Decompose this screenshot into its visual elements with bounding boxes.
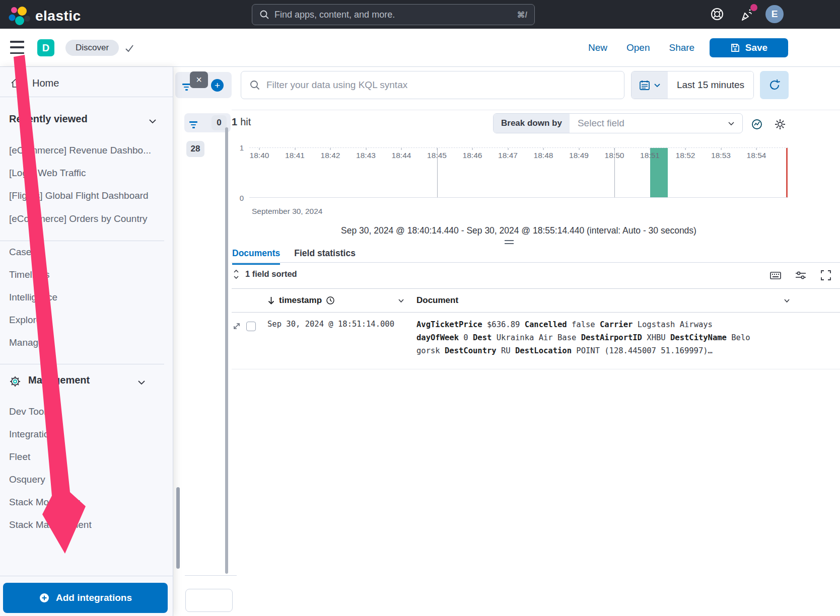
help-icon[interactable] <box>709 6 725 22</box>
menu-hamburger-icon[interactable] <box>10 41 24 54</box>
add-field-button[interactable]: + <box>211 79 224 92</box>
nav-item-dev-tools[interactable]: Dev Tools <box>9 406 51 419</box>
recent-item[interactable]: [eCommerce] Revenue Dashbo... <box>9 145 151 158</box>
recent-item[interactable]: [Logs] Web Traffic <box>9 168 86 181</box>
user-avatar[interactable]: E <box>765 5 784 23</box>
nav-item-manage[interactable]: Manage <box>9 337 44 350</box>
nav-item-osquery[interactable]: Osquery <box>9 474 45 487</box>
calendar-icon <box>639 79 651 91</box>
x-axis-tick: 18:47 <box>498 151 518 160</box>
x-axis-tick: 18:50 <box>605 151 624 160</box>
breakdown-select[interactable]: Break down by Select field <box>493 113 743 133</box>
timestamp-cell: Sep 30, 2024 @ 18:51:14.000 <box>267 320 394 329</box>
field-search-input[interactable] <box>185 589 233 612</box>
recently-viewed-header[interactable]: Recently viewed <box>9 113 88 125</box>
breakdown-label: Break down by <box>494 114 570 133</box>
table-row[interactable]: Sep 30, 2024 @ 18:51:14.000 AvgTicketPri… <box>225 313 840 369</box>
time-range-value[interactable]: Last 15 minutes <box>668 71 753 99</box>
share-button[interactable]: Share <box>669 42 694 53</box>
global-search-input[interactable]: Find apps, content, and more. ⌘/ <box>252 4 535 25</box>
chart-resize-handle[interactable] <box>505 240 514 244</box>
nav-item-cases[interactable]: Cases <box>9 247 36 260</box>
close-tooltip-button[interactable]: × <box>190 71 208 88</box>
field-list-scrollbar[interactable] <box>225 127 228 574</box>
divider <box>0 241 164 241</box>
breakdown-placeholder: Select field <box>570 118 727 129</box>
gear-icon <box>9 375 21 388</box>
chart-options-icon[interactable] <box>751 118 763 130</box>
kql-query-input[interactable]: Filter your data using KQL syntax <box>241 71 624 99</box>
chevron-down-icon[interactable] <box>148 116 158 126</box>
x-axis-tick: 18:49 <box>569 151 589 160</box>
app-toolbar: D Discover New Open Share Alerts Inspect… <box>0 29 840 67</box>
space-badge[interactable]: D <box>37 39 54 56</box>
discover-main: Filter your data using KQL syntax Last 1… <box>225 67 840 616</box>
y-axis-tick-min: 0 <box>233 194 244 202</box>
document-column-header[interactable]: Document <box>416 289 458 312</box>
nav-flyout: Home Recently viewed [eCommerce] Revenue… <box>0 67 173 616</box>
sorted-fields-control[interactable]: 1 field sorted <box>232 269 297 279</box>
checkmark-icon <box>124 43 135 54</box>
chart-time-range-caption: Sep 30, 2024 @ 18:40:14.440 - Sep 30, 20… <box>249 225 788 236</box>
hits-word: hit <box>240 116 251 127</box>
x-axis-tick: 18:40 <box>250 151 269 160</box>
chevron-down-icon <box>727 119 735 127</box>
nav-item-explore[interactable]: Explore <box>9 315 41 328</box>
x-axis-tick: 18:48 <box>534 151 553 160</box>
timestamp-column-header[interactable]: timestamp <box>267 289 335 312</box>
fullscreen-icon[interactable] <box>820 269 832 281</box>
search-icon <box>249 80 260 91</box>
add-integrations-button[interactable]: Add integrations <box>3 583 168 613</box>
time-range-picker: Last 15 minutes <box>631 71 754 99</box>
field-filter-count-control[interactable]: 0 <box>184 113 231 132</box>
open-button[interactable]: Open <box>626 42 650 53</box>
x-axis-tick: 18:46 <box>463 151 482 160</box>
nav-scrollbar[interactable] <box>176 487 180 569</box>
timestamp-header-label: timestamp <box>279 295 322 305</box>
management-header[interactable]: Management <box>28 374 90 386</box>
nav-item-integrations[interactable]: Integrations <box>9 429 59 442</box>
nav-item-timelines[interactable]: Timelines <box>9 269 50 282</box>
x-axis-tick: 18:43 <box>356 151 376 160</box>
recent-item[interactable]: [Flights] Global Flight Dashboard <box>9 190 149 203</box>
nav-item-stack-management[interactable]: Stack Management <box>9 519 92 532</box>
refresh-button[interactable] <box>760 71 789 99</box>
elastic-logo[interactable]: elastic <box>7 5 81 28</box>
calendar-dropdown-button[interactable] <box>632 71 668 99</box>
row-height-settings-icon[interactable] <box>795 269 807 281</box>
nav-item-stack-monitoring[interactable]: Stack Monitoring <box>9 497 81 510</box>
gear-icon[interactable] <box>774 118 786 130</box>
chevron-down-icon <box>654 82 661 89</box>
elastic-logo-icon <box>7 5 30 28</box>
field-count-badge: 28 <box>186 141 204 157</box>
search-icon <box>259 10 269 20</box>
new-button[interactable]: New <box>588 42 607 53</box>
x-axis-tick: 18:51 <box>640 151 660 160</box>
row-checkbox[interactable] <box>246 322 256 331</box>
expand-document-icon[interactable] <box>232 322 241 331</box>
x-axis-tick: 18:52 <box>676 151 695 160</box>
document-header-label: Document <box>416 295 458 305</box>
breadcrumb[interactable]: Discover <box>65 40 119 56</box>
nav-item-intelligence[interactable]: Intelligence <box>9 292 57 305</box>
divider <box>185 575 237 576</box>
nav-item-fleet[interactable]: Fleet <box>9 451 30 465</box>
chevron-down-icon[interactable] <box>783 297 791 304</box>
document-line: AvgTicketPrice $636.89 Cancelled false C… <box>416 318 750 331</box>
current-time-marker <box>786 148 788 197</box>
x-axis-tick: 18:45 <box>427 151 447 160</box>
global-search-placeholder: Find apps, content, and more. <box>274 10 512 20</box>
save-button[interactable]: Save <box>710 38 788 57</box>
chevron-down-icon[interactable] <box>136 377 147 388</box>
x-axis-tick: 18:42 <box>321 151 340 160</box>
document-line: dayOfWeek 0 Dest Ukrainka Air Base DestA… <box>416 331 750 344</box>
recent-item[interactable]: [eCommerce] Orders by Country <box>9 213 148 226</box>
nav-item-home[interactable]: Home <box>0 70 173 96</box>
filter-count-badge: 0 <box>212 115 227 130</box>
x-axis-tick: 18:53 <box>711 151 731 160</box>
home-icon <box>10 78 21 89</box>
filter-icon[interactable] <box>182 84 190 91</box>
chevron-down-icon[interactable] <box>397 297 405 304</box>
display-density-icon[interactable] <box>769 269 782 281</box>
histogram-plot[interactable]: 18:4018:4118:4218:4318:4418:4518:4618:47… <box>249 147 788 198</box>
